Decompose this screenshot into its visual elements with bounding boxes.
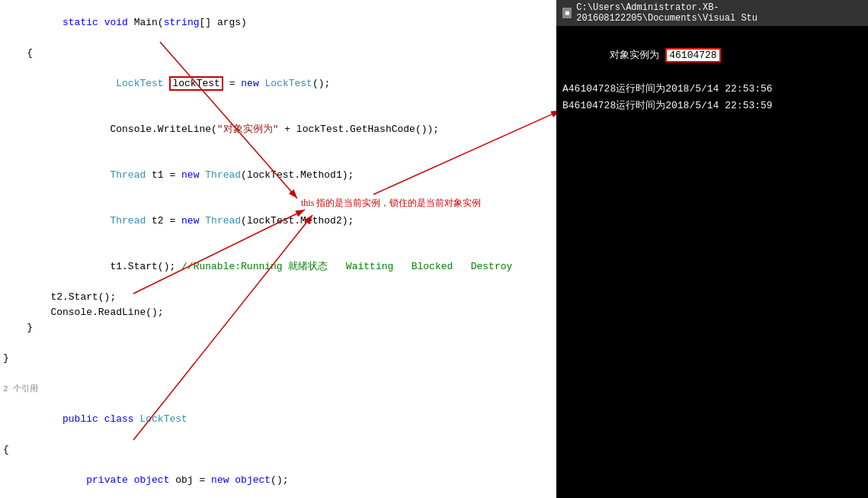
terminal-panel: ■ C:\Users\Administrator.XB-201608122205…: [556, 0, 868, 498]
line-3: LockTest lockTest = new LockTest();: [0, 61, 556, 107]
line-2: {: [0, 46, 556, 61]
line-15: public class LockTest: [0, 397, 556, 442]
terminal-line-2: A46104728运行时间为2018/5/14 22:53:56: [562, 81, 862, 98]
line-5: Thread t1 = new Thread(lockTest.Method1)…: [0, 153, 556, 198]
line-9: Console.ReadLine();: [0, 305, 556, 320]
code-panel: static void Main(string[] args) { LockTe…: [0, 0, 556, 498]
line-1: static void Main(string[] args): [0, 0, 556, 46]
line-13: [0, 366, 556, 381]
code-content: static void Main(string[] args) { LockTe…: [0, 0, 556, 498]
line-12: }: [0, 351, 556, 366]
line-4: Console.WriteLine("对象实例为" + lockTest.Get…: [0, 107, 556, 153]
terminal-line-1: 对象实例为 46104728: [562, 31, 862, 81]
line-16: {: [0, 442, 556, 458]
line-11: [0, 336, 556, 351]
terminal-window-icon: ■: [562, 8, 572, 18]
line-17: private object obj = new object();: [0, 458, 556, 498]
annotation-label: this 指的是当前实例，锁住的是当前对象实例: [301, 197, 481, 210]
main-container: static void Main(string[] args) { LockTe…: [0, 0, 868, 498]
line-10: }: [0, 320, 556, 336]
hash-value-highlight: 46104728: [665, 48, 720, 63]
line-7: t1.Start(); //Runable:Running 就绪状态 Waitt…: [0, 244, 556, 290]
terminal-title: C:\Users\Administrator.XB-201608122205\D…: [576, 2, 862, 24]
terminal-body: 对象实例为 46104728 A46104728运行时间为2018/5/14 2…: [556, 26, 868, 498]
terminal-line-3: B46104728运行时间为2018/5/14 22:53:59: [562, 98, 862, 114]
line-8: t2.Start();: [0, 290, 556, 305]
terminal-titlebar: ■ C:\Users\Administrator.XB-201608122205…: [556, 0, 868, 26]
line-14: 2 个引用: [0, 381, 556, 397]
